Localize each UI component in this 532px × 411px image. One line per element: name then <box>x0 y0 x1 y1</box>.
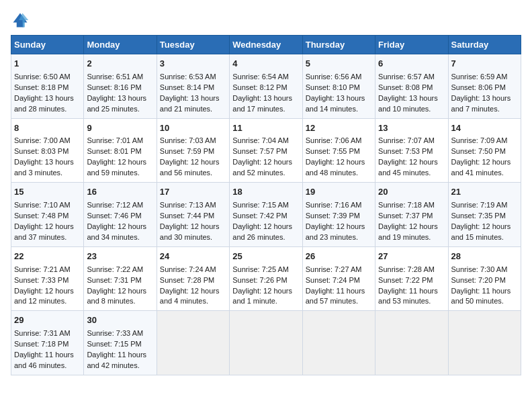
daylight-text: Daylight: 12 hours and 56 minutes. <box>160 158 220 177</box>
day-number: 9 <box>87 122 153 135</box>
sunrise-text: Sunrise: 7:03 AM <box>160 136 216 144</box>
sunset-text: Sunset: 7:22 PM <box>378 276 433 284</box>
sunrise-text: Sunrise: 6:50 AM <box>14 73 71 81</box>
daylight-text: Daylight: 12 hours and 12 minutes. <box>14 287 74 306</box>
sunrise-text: Sunrise: 7:15 AM <box>232 201 289 209</box>
daylight-text: Daylight: 12 hours and 48 minutes. <box>306 158 365 177</box>
table-cell <box>375 311 448 375</box>
table-cell: 5Sunrise: 6:56 AMSunset: 8:10 PMDaylight… <box>302 54 375 119</box>
day-number: 7 <box>451 58 518 71</box>
day-number: 26 <box>306 250 372 263</box>
sunset-text: Sunset: 7:28 PM <box>160 276 214 284</box>
table-cell: 6Sunrise: 6:57 AMSunset: 8:08 PMDaylight… <box>375 54 448 119</box>
daylight-text: Daylight: 12 hours and 41 minutes. <box>451 158 511 177</box>
day-number: 21 <box>451 186 518 199</box>
sunrise-text: Sunrise: 7:13 AM <box>160 201 216 209</box>
day-number: 14 <box>451 122 518 135</box>
daylight-text: Daylight: 13 hours and 7 minutes. <box>451 94 511 113</box>
sunset-text: Sunset: 7:44 PM <box>160 212 214 220</box>
table-cell: 20Sunrise: 7:18 AMSunset: 7:37 PMDayligh… <box>375 183 448 247</box>
sunrise-text: Sunrise: 6:56 AM <box>306 73 362 81</box>
day-number: 23 <box>87 250 153 263</box>
daylight-text: Daylight: 13 hours and 10 minutes. <box>378 94 438 113</box>
calendar-header-row: SundayMondayTuesdayWednesdayThursdayFrid… <box>11 36 521 54</box>
sunset-text: Sunset: 8:08 PM <box>378 83 433 91</box>
day-number: 8 <box>14 122 81 135</box>
table-cell: 17Sunrise: 7:13 AMSunset: 7:44 PMDayligh… <box>157 183 229 247</box>
daylight-text: Daylight: 13 hours and 28 minutes. <box>14 94 74 113</box>
table-cell: 27Sunrise: 7:28 AMSunset: 7:22 PMDayligh… <box>375 246 448 311</box>
daylight-text: Daylight: 11 hours and 57 minutes. <box>306 287 365 306</box>
sunset-text: Sunset: 7:42 PM <box>232 212 287 220</box>
sunrise-text: Sunrise: 6:57 AM <box>378 73 435 81</box>
sunrise-text: Sunrise: 6:59 AM <box>451 73 508 81</box>
day-number: 17 <box>160 186 226 199</box>
sunrise-text: Sunrise: 7:30 AM <box>451 265 508 273</box>
day-header-wednesday: Wednesday <box>230 36 302 54</box>
daylight-text: Daylight: 13 hours and 25 minutes. <box>87 94 146 113</box>
sunrise-text: Sunrise: 7:33 AM <box>87 329 143 337</box>
sunset-text: Sunset: 7:39 PM <box>306 212 360 220</box>
day-number: 13 <box>378 122 445 135</box>
sunrise-text: Sunrise: 7:25 AM <box>232 265 289 273</box>
sunset-text: Sunset: 7:46 PM <box>87 212 141 220</box>
daylight-text: Daylight: 12 hours and 52 minutes. <box>232 158 292 177</box>
day-header-friday: Friday <box>375 36 448 54</box>
daylight-text: Daylight: 12 hours and 23 minutes. <box>306 222 365 241</box>
sunrise-text: Sunrise: 7:00 AM <box>14 136 71 144</box>
sunrise-text: Sunrise: 7:06 AM <box>306 136 362 144</box>
sunset-text: Sunset: 7:37 PM <box>378 212 433 220</box>
day-number: 22 <box>14 250 81 263</box>
sunrise-text: Sunrise: 7:12 AM <box>87 201 143 209</box>
table-cell <box>302 311 375 375</box>
day-number: 15 <box>14 186 81 199</box>
daylight-text: Daylight: 11 hours and 53 minutes. <box>378 287 438 306</box>
logo <box>11 11 32 30</box>
sunrise-text: Sunrise: 7:27 AM <box>306 265 362 273</box>
daylight-text: Daylight: 11 hours and 46 minutes. <box>14 351 74 369</box>
table-cell: 14Sunrise: 7:09 AMSunset: 7:50 PMDayligh… <box>448 118 521 183</box>
sunrise-text: Sunrise: 7:07 AM <box>378 136 435 144</box>
sunset-text: Sunset: 8:03 PM <box>14 147 69 155</box>
sunrise-text: Sunrise: 7:01 AM <box>87 136 143 144</box>
day-number: 12 <box>306 122 372 135</box>
daylight-text: Daylight: 12 hours and 59 minutes. <box>87 158 146 177</box>
table-cell: 11Sunrise: 7:04 AMSunset: 7:57 PMDayligh… <box>230 118 302 183</box>
daylight-text: Daylight: 11 hours and 50 minutes. <box>451 287 511 306</box>
day-header-monday: Monday <box>84 36 157 54</box>
sunset-text: Sunset: 8:18 PM <box>14 83 69 91</box>
table-cell: 13Sunrise: 7:07 AMSunset: 7:53 PMDayligh… <box>375 118 448 183</box>
sunset-text: Sunset: 8:12 PM <box>232 83 287 91</box>
sunset-text: Sunset: 8:16 PM <box>87 83 141 91</box>
day-number: 25 <box>232 250 299 263</box>
day-number: 5 <box>306 58 372 71</box>
sunset-text: Sunset: 8:14 PM <box>160 83 214 91</box>
sunrise-text: Sunrise: 7:19 AM <box>451 201 508 209</box>
table-cell: 12Sunrise: 7:06 AMSunset: 7:55 PMDayligh… <box>302 118 375 183</box>
day-number: 16 <box>87 186 153 199</box>
table-cell <box>448 311 521 375</box>
daylight-text: Daylight: 12 hours and 4 minutes. <box>160 287 220 306</box>
table-cell: 28Sunrise: 7:30 AMSunset: 7:20 PMDayligh… <box>448 246 521 311</box>
table-cell: 15Sunrise: 7:10 AMSunset: 7:48 PMDayligh… <box>11 183 84 247</box>
sunset-text: Sunset: 7:59 PM <box>160 147 214 155</box>
day-number: 30 <box>87 314 153 327</box>
daylight-text: Daylight: 11 hours and 42 minutes. <box>87 351 146 369</box>
daylight-text: Daylight: 12 hours and 34 minutes. <box>87 222 146 241</box>
day-number: 18 <box>232 186 299 199</box>
calendar-week-row: 29Sunrise: 7:31 AMSunset: 7:18 PMDayligh… <box>11 311 521 375</box>
daylight-text: Daylight: 12 hours and 30 minutes. <box>160 222 220 241</box>
daylight-text: Daylight: 13 hours and 14 minutes. <box>306 94 365 113</box>
day-number: 4 <box>232 58 299 71</box>
logo-icon <box>11 11 30 30</box>
table-cell: 26Sunrise: 7:27 AMSunset: 7:24 PMDayligh… <box>302 246 375 311</box>
sunrise-text: Sunrise: 7:31 AM <box>14 329 71 337</box>
calendar-table: SundayMondayTuesdayWednesdayThursdayFrid… <box>11 35 521 375</box>
sunrise-text: Sunrise: 6:54 AM <box>232 73 289 81</box>
day-number: 29 <box>14 314 81 327</box>
sunrise-text: Sunrise: 7:04 AM <box>232 136 289 144</box>
daylight-text: Daylight: 12 hours and 37 minutes. <box>14 222 74 241</box>
sunset-text: Sunset: 7:48 PM <box>14 212 69 220</box>
sunrise-text: Sunrise: 7:24 AM <box>160 265 216 273</box>
table-cell: 7Sunrise: 6:59 AMSunset: 8:06 PMDaylight… <box>448 54 521 119</box>
